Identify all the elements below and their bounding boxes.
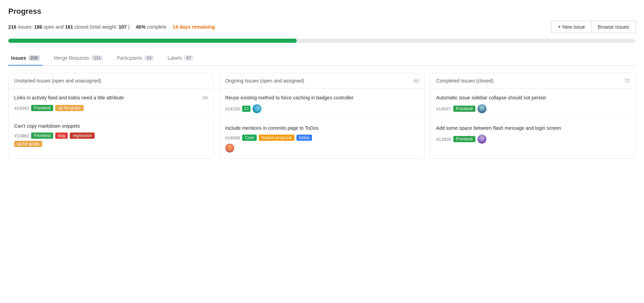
issue-title: Links in activity feed and todos need a … — [14, 94, 208, 101]
label-todos: todos — [296, 135, 312, 141]
stats-text: 216 issues: 186 open and 161 closed (tot… — [8, 24, 130, 30]
label-core: Core — [242, 135, 257, 141]
issue-title: Automatic issue sidebar collapse should … — [436, 94, 630, 101]
label-up-for-grabs: up-for-grabs — [14, 141, 42, 147]
tabs: Issues 216 Merge Requests 131 Participan… — [8, 51, 636, 66]
stats-row: 216 issues: 186 open and 161 closed (tot… — [8, 21, 636, 33]
issue-title: Can't copy markdown snippets — [14, 123, 208, 130]
tab-participants[interactable]: Participants 24 — [114, 51, 157, 66]
label-frontend: Frontend — [31, 105, 53, 111]
tab-issues[interactable]: Issues 216 — [8, 51, 43, 66]
label-frontend: Frontend — [453, 136, 475, 142]
stats-left: 216 issues: 186 open and 161 closed (tot… — [8, 24, 215, 30]
avatar — [477, 104, 486, 113]
issue-card[interactable]: Include mentions in commits page to ToDo… — [220, 119, 425, 158]
issue-card[interactable]: Add some space between flash message and… — [430, 119, 635, 149]
column-header-completed: Completed Issues (closed) 72 — [430, 73, 635, 89]
issue-title: Add some space between flash message and… — [436, 125, 630, 132]
open-issues: 186 — [34, 24, 42, 30]
label-bug: bug — [55, 133, 68, 139]
issue-card[interactable]: Links in activity feed and todos need a … — [9, 89, 214, 117]
avatar — [477, 135, 486, 144]
tab-merge-requests[interactable]: Merge Requests 131 — [51, 51, 106, 66]
column-header-unstarted: Unstarted Issues (open and unassigned) — [9, 73, 214, 89]
action-buttons: New Issue Browse Issues — [551, 21, 636, 33]
total-issues: 216 — [8, 24, 16, 30]
label-frontend: Frontend — [453, 106, 475, 112]
browse-issues-button[interactable]: Browse Issues — [591, 21, 636, 33]
issues-columns: Unstarted Issues (open and unassigned) L… — [8, 73, 636, 158]
progress-bar-fill — [8, 39, 297, 43]
issue-card[interactable]: Automatic issue sidebar collapse should … — [430, 89, 635, 119]
tab-labels[interactable]: Labels 47 — [165, 51, 196, 66]
label-up-for-grabs: up-for-grabs — [55, 105, 83, 111]
total-weight: 107 — [119, 24, 126, 30]
days-remaining: 14 days remaining — [173, 24, 215, 30]
new-issue-button[interactable]: New Issue — [551, 21, 591, 33]
closed-issues: 161 — [65, 24, 73, 30]
label-regression: regression — [70, 133, 95, 139]
issue-meta: #14006 Core feature proposal todos — [225, 135, 419, 141]
issue-meta: #14037 Frontend — [436, 104, 630, 113]
page-title: Progress — [8, 7, 636, 16]
column-header-ongoing: Ongoing Issues (open and assigned) 60 — [220, 73, 425, 89]
column-completed: Completed Issues (closed) 72 Automatic i… — [430, 73, 636, 158]
issue-title: Reuse existing method to force caching i… — [225, 94, 419, 101]
percent-complete: 46% complete — [136, 24, 167, 30]
issue-card[interactable]: Reuse existing method to force caching i… — [220, 89, 425, 119]
issue-meta: #14042 Frontend up-for-grabs — [14, 105, 208, 111]
issue-meta: #14100 CI — [225, 104, 419, 113]
issue-title: Include mentions in commits page to ToDo… — [225, 125, 419, 132]
issue-meta: #13935 Frontend — [436, 135, 630, 144]
label-frontend: Frontend — [31, 133, 53, 139]
avatar — [225, 144, 234, 153]
issue-meta: #13882 Frontend bug regression — [14, 133, 208, 139]
column-unstarted: Unstarted Issues (open and unassigned) L… — [8, 73, 214, 158]
avatar — [253, 104, 262, 113]
column-ongoing: Ongoing Issues (open and assigned) 60 Re… — [219, 73, 425, 158]
progress-bar-container — [8, 39, 636, 43]
page-container: Progress 216 issues: 186 open and 161 cl… — [0, 0, 644, 165]
label-ci: CI — [242, 106, 250, 112]
label-feature-proposal: feature proposal — [259, 135, 294, 141]
issue-card[interactable]: Can't copy markdown snippets #13882 Fron… — [9, 117, 214, 153]
